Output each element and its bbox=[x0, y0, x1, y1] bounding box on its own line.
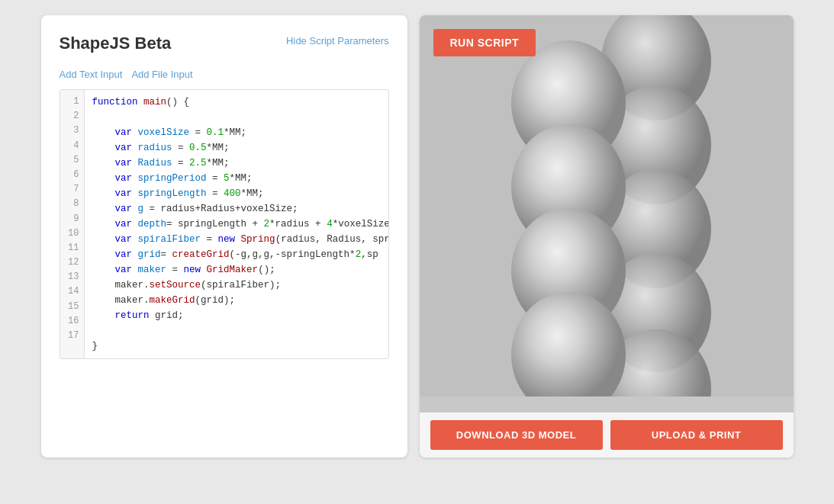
helix-svg bbox=[420, 15, 794, 396]
main-container: ShapeJS Beta Hide Script Parameters Add … bbox=[0, 0, 834, 504]
panel-title: ShapeJS Beta bbox=[60, 34, 172, 53]
helix-container bbox=[420, 15, 794, 396]
input-links: Add Text Input Add File Input bbox=[60, 69, 389, 80]
code-editor: 1234567891011121314151617 function main(… bbox=[60, 89, 389, 359]
right-panel: RUN SCRIPT bbox=[420, 15, 794, 457]
add-file-input-link[interactable]: Add File Input bbox=[131, 69, 192, 80]
model-preview bbox=[420, 15, 794, 413]
add-text-input-link[interactable]: Add Text Input bbox=[60, 69, 123, 80]
hide-params-link[interactable]: Hide Script Parameters bbox=[286, 35, 388, 47]
download-3d-model-button[interactable]: DOWNLOAD 3D MODEL bbox=[430, 420, 603, 450]
code-lines[interactable]: function main() { var voxelSize = 0.1*MM… bbox=[85, 90, 388, 358]
run-script-button[interactable]: RUN SCRIPT bbox=[433, 29, 536, 56]
bottom-buttons: DOWNLOAD 3D MODEL UPLOAD & PRINT bbox=[420, 413, 794, 457]
left-panel: ShapeJS Beta Hide Script Parameters Add … bbox=[41, 15, 407, 457]
line-numbers: 1234567891011121314151617 bbox=[60, 90, 85, 358]
upload-print-button[interactable]: UPLOAD & PRINT bbox=[610, 420, 783, 450]
